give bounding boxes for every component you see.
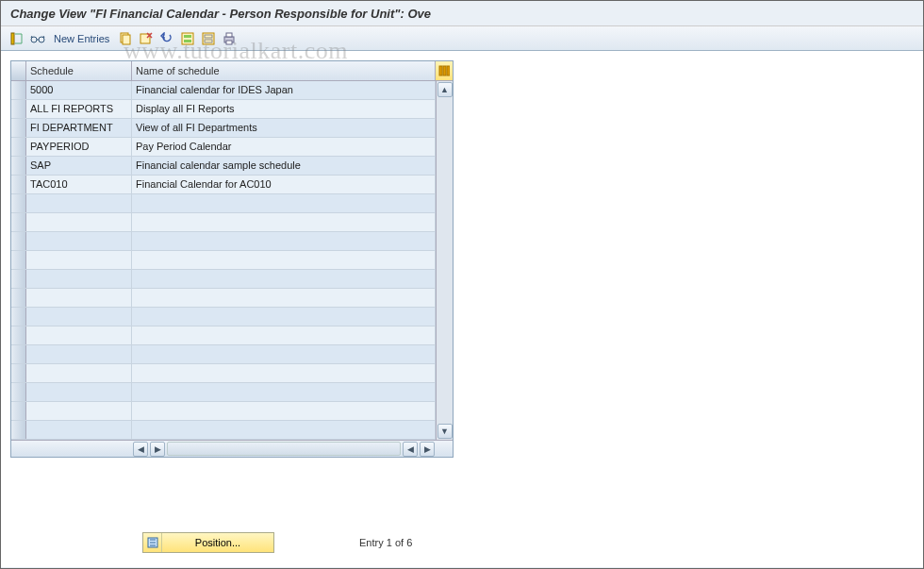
scroll-down-icon[interactable]: ▼ xyxy=(437,424,453,439)
svg-rect-15 xyxy=(439,66,442,75)
table-row-empty[interactable] xyxy=(11,194,436,213)
row-selector[interactable] xyxy=(11,138,26,156)
table-row-empty[interactable] xyxy=(11,308,436,326)
app-window: Change View "FI Financial Calendar - Per… xyxy=(0,0,924,569)
table-row[interactable]: 5000 Financial calendar for IDES Japan xyxy=(11,81,436,100)
position-button-label: Position... xyxy=(162,537,273,548)
row-selector[interactable] xyxy=(11,402,26,420)
scroll-left-icon[interactable]: ◀ xyxy=(133,442,148,457)
vscroll-track[interactable] xyxy=(437,97,453,424)
select-all-icon[interactable] xyxy=(179,30,196,47)
copy-icon[interactable] xyxy=(117,30,134,47)
scroll-right-inner-icon[interactable]: ▶ xyxy=(150,442,165,457)
row-selector[interactable] xyxy=(11,81,26,99)
row-selector[interactable] xyxy=(11,289,26,307)
row-selector[interactable] xyxy=(11,194,26,212)
scroll-up-icon[interactable]: ▲ xyxy=(437,82,453,97)
content-area: Schedule Name of schedule 5000 Financial… xyxy=(1,51,923,567)
footer: Position... Entry 1 of 6 xyxy=(142,532,412,553)
svg-rect-6 xyxy=(182,33,193,44)
row-selector[interactable] xyxy=(11,308,26,326)
scroll-left-end-icon[interactable]: ◀ xyxy=(403,442,418,457)
svg-rect-0 xyxy=(11,33,14,44)
scroll-right-icon[interactable]: ▶ xyxy=(420,442,435,457)
table-header: Schedule Name of schedule xyxy=(11,61,453,81)
svg-point-2 xyxy=(39,37,44,42)
new-entries-button[interactable]: New Entries xyxy=(50,33,113,44)
row-selector[interactable] xyxy=(11,421,26,439)
column-header-name[interactable]: Name of schedule xyxy=(132,61,436,80)
table-row-empty[interactable] xyxy=(11,251,436,270)
table-row-empty[interactable] xyxy=(11,364,436,383)
row-selector[interactable] xyxy=(11,270,26,288)
row-selector[interactable] xyxy=(11,119,26,137)
row-selector[interactable] xyxy=(11,213,26,231)
print-icon[interactable] xyxy=(221,30,238,47)
svg-rect-8 xyxy=(184,40,191,42)
toggle-display-icon[interactable] xyxy=(8,30,25,47)
row-selector[interactable] xyxy=(11,100,26,118)
table-row[interactable]: SAP Financial calendar sample schedule xyxy=(11,157,436,176)
cell-name[interactable]: Financial calendar sample schedule xyxy=(132,157,436,175)
svg-rect-7 xyxy=(184,35,191,38)
row-selector-header[interactable] xyxy=(11,61,26,80)
hscroll-track[interactable] xyxy=(167,442,401,456)
cell-schedule[interactable]: SAP xyxy=(26,157,132,175)
table-row-empty[interactable] xyxy=(11,232,436,251)
row-selector[interactable] xyxy=(11,176,26,193)
cell-schedule[interactable]: 5000 xyxy=(26,81,132,99)
cell-schedule[interactable]: ALL FI REPORTS xyxy=(26,100,132,118)
cell-name[interactable]: View of all FI Departments xyxy=(132,119,436,137)
position-button[interactable]: Position... xyxy=(142,532,274,553)
table-row-empty[interactable] xyxy=(11,383,436,402)
svg-rect-13 xyxy=(226,33,232,37)
entry-counter: Entry 1 of 6 xyxy=(359,537,412,548)
row-selector[interactable] xyxy=(11,345,26,363)
row-selector[interactable] xyxy=(11,232,26,250)
table-body: 5000 Financial calendar for IDES Japan A… xyxy=(11,81,436,440)
svg-point-1 xyxy=(31,37,37,42)
svg-rect-4 xyxy=(123,35,130,44)
page-title: Change View "FI Financial Calendar - Per… xyxy=(1,1,923,26)
deselect-all-icon[interactable] xyxy=(200,30,217,47)
table-row[interactable]: TAC010 Financial Calendar for AC010 xyxy=(11,176,436,194)
column-header-schedule[interactable]: Schedule xyxy=(26,61,132,80)
table-row-empty[interactable] xyxy=(11,345,436,364)
row-selector[interactable] xyxy=(11,364,26,382)
table-row[interactable]: FI DEPARTMENT View of all FI Departments xyxy=(11,119,436,138)
table-row-empty[interactable] xyxy=(11,421,436,440)
table-row-empty[interactable] xyxy=(11,289,436,308)
table-row[interactable]: PAYPERIOD Pay Period Calendar xyxy=(11,138,436,157)
table-row-empty[interactable] xyxy=(11,213,436,232)
cell-schedule[interactable]: PAYPERIOD xyxy=(26,138,132,156)
glasses-icon[interactable] xyxy=(29,30,46,47)
cell-name[interactable]: Financial calendar for IDES Japan xyxy=(132,81,436,99)
svg-rect-16 xyxy=(443,66,446,75)
row-selector[interactable] xyxy=(11,383,26,401)
table-grid: Schedule Name of schedule 5000 Financial… xyxy=(10,60,454,458)
cell-name[interactable]: Pay Period Calendar xyxy=(132,138,436,156)
horizontal-scrollbar[interactable]: ◀ ▶ ◀ ▶ xyxy=(11,440,453,457)
undo-icon[interactable] xyxy=(158,30,175,47)
position-icon xyxy=(143,533,162,552)
cell-schedule[interactable]: FI DEPARTMENT xyxy=(26,119,132,137)
svg-rect-14 xyxy=(226,41,232,44)
table-row[interactable]: ALL FI REPORTS Display all FI Reports xyxy=(11,100,436,119)
table-row-empty[interactable] xyxy=(11,270,436,289)
row-selector[interactable] xyxy=(11,251,26,269)
svg-rect-17 xyxy=(447,66,450,75)
row-selector[interactable] xyxy=(11,326,26,344)
cell-name[interactable]: Financial Calendar for AC010 xyxy=(132,176,436,193)
vertical-scrollbar[interactable]: ▲ ▼ xyxy=(436,81,453,440)
row-selector[interactable] xyxy=(11,157,26,175)
toolbar: New Entries xyxy=(1,26,923,51)
table-row-empty[interactable] xyxy=(11,326,436,345)
cell-schedule[interactable]: TAC010 xyxy=(26,176,132,193)
cell-name[interactable]: Display all FI Reports xyxy=(132,100,436,118)
table-row-empty[interactable] xyxy=(11,402,436,421)
delete-icon[interactable] xyxy=(138,30,155,47)
configure-columns-icon[interactable] xyxy=(436,61,453,80)
